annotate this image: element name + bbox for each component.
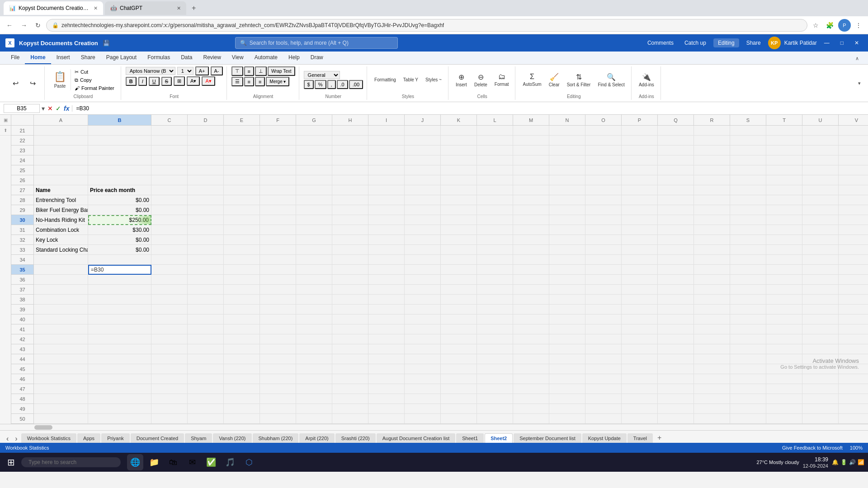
- browser-tab-close[interactable]: ✕: [94, 5, 98, 11]
- col-header-r[interactable]: R: [694, 115, 730, 125]
- col-header-j[interactable]: J: [405, 115, 441, 125]
- cell-l21[interactable]: [477, 126, 513, 136]
- row-num-41[interactable]: 41: [11, 324, 33, 334]
- browser-tab-excel[interactable]: 📊 Kopyst Documents Creation.xls... ✕: [4, 1, 103, 15]
- decrease-decimal-button[interactable]: .0: [337, 80, 348, 89]
- cell-b27[interactable]: Price each month: [88, 185, 151, 195]
- fill-color-button[interactable]: A▾: [187, 76, 200, 86]
- profile-button[interactable]: P: [838, 19, 851, 32]
- col-header-i[interactable]: I: [368, 115, 405, 125]
- cell-s21[interactable]: [730, 126, 766, 136]
- col-header-o[interactable]: O: [585, 115, 622, 125]
- cell-p21[interactable]: [622, 126, 658, 136]
- comma-button[interactable]: ,: [327, 80, 336, 89]
- redo-button[interactable]: ↪: [24, 78, 41, 89]
- cell-c22[interactable]: [151, 136, 188, 145]
- align-middle-button[interactable]: ≡: [244, 66, 254, 76]
- border-button[interactable]: ⊞: [174, 76, 185, 86]
- ribbon-tab-home[interactable]: Home: [25, 52, 51, 64]
- row-num-49[interactable]: 49: [11, 404, 33, 414]
- cell-a31[interactable]: Combination Lock: [34, 225, 88, 235]
- ribbon-tab-data[interactable]: Data: [175, 52, 198, 64]
- row-num-39[interactable]: 39: [11, 305, 33, 314]
- row-num-34[interactable]: 34: [11, 255, 33, 265]
- delete-button[interactable]: ⊖ Delete: [472, 71, 490, 89]
- sheet-tab-shubham[interactable]: Shubham (220): [253, 433, 299, 443]
- bookmark-button[interactable]: ☆: [810, 20, 821, 31]
- sheet-tab-kopyst-update[interactable]: Kopyst Update: [582, 433, 627, 443]
- address-bar[interactable]: 🔒 zehntechtechnologies-my.sharepoint.com…: [46, 19, 807, 32]
- italic-button[interactable]: I: [138, 77, 147, 86]
- cell-j21[interactable]: [405, 126, 441, 136]
- h-scrollbar-thumb[interactable]: [34, 425, 52, 430]
- cell-u21[interactable]: [802, 126, 839, 136]
- cell-a33[interactable]: Standard Locking Chain: [34, 245, 88, 255]
- taskbar-app-browser[interactable]: 🌐: [127, 454, 143, 470]
- sheet-tab-arpit[interactable]: Arpit (220): [299, 433, 334, 443]
- increase-font-button[interactable]: A+: [195, 66, 209, 75]
- row-num-45[interactable]: 45: [11, 364, 33, 374]
- new-tab-button[interactable]: +: [188, 2, 199, 14]
- cell-a28[interactable]: Entrenching Tool: [34, 195, 88, 205]
- format-as-table-button[interactable]: Table Y: [401, 76, 421, 84]
- cell-a27[interactable]: Name: [34, 185, 88, 195]
- ribbon-tab-formulas[interactable]: Formulas: [142, 52, 175, 64]
- sheet-tab-srashti[interactable]: Srashti (220): [335, 433, 376, 443]
- currency-button[interactable]: $: [304, 80, 314, 89]
- cell-b23[interactable]: [88, 145, 151, 155]
- align-right-button[interactable]: ≡: [255, 77, 265, 86]
- ribbon-tab-file[interactable]: File: [5, 52, 25, 64]
- cell-a21[interactable]: [34, 126, 88, 136]
- ribbon-tab-review[interactable]: Review: [198, 52, 226, 64]
- sheet-tab-vansh[interactable]: Vansh (220): [213, 433, 251, 443]
- paste-button[interactable]: 📋 Paste: [49, 69, 71, 90]
- browser-tab-chatgpt[interactable]: 🤖 ChatGPT ✕: [105, 1, 186, 15]
- sheet-tab-sheet2[interactable]: Sheet2: [485, 433, 513, 443]
- cell-e21[interactable]: [224, 126, 260, 136]
- row-num-43[interactable]: 43: [11, 344, 33, 354]
- col-header-g[interactable]: G: [296, 115, 332, 125]
- confirm-formula-icon[interactable]: ✓: [56, 105, 61, 112]
- strikethrough-button[interactable]: S: [161, 77, 172, 86]
- cell-r21[interactable]: [694, 126, 730, 136]
- cell-t21[interactable]: [766, 126, 802, 136]
- add-sheet-button[interactable]: +: [654, 433, 665, 443]
- cell-b21[interactable]: [88, 126, 151, 136]
- sheet-scroll-right[interactable]: ›: [12, 435, 20, 443]
- row-num-24[interactable]: 24: [11, 155, 33, 165]
- col-header-a[interactable]: A: [34, 115, 88, 125]
- forward-button[interactable]: →: [18, 20, 30, 31]
- ribbon-more-button[interactable]: ▾: [854, 66, 864, 100]
- col-header-d[interactable]: D: [188, 115, 224, 125]
- cell-a30[interactable]: No-Hands Riding Kit: [34, 215, 88, 225]
- ribbon-tab-draw[interactable]: Draw: [305, 52, 329, 64]
- extensions-button[interactable]: 🧩: [823, 20, 836, 31]
- cell-q21[interactable]: [658, 126, 694, 136]
- cancel-formula-icon[interactable]: ✕: [47, 105, 53, 112]
- volume-icon[interactable]: 🔊: [849, 459, 856, 465]
- col-header-v[interactable]: V: [839, 115, 868, 125]
- start-button[interactable]: ⊞: [4, 455, 19, 469]
- cell-d21[interactable]: [188, 126, 224, 136]
- maximize-button[interactable]: □: [837, 38, 847, 48]
- network-icon[interactable]: 📶: [858, 459, 864, 465]
- col-header-t[interactable]: T: [766, 115, 802, 125]
- decrease-font-button[interactable]: A-: [211, 66, 223, 75]
- sheet-tab-priyank[interactable]: Priyank: [101, 433, 130, 443]
- merge-center-button[interactable]: Merge ▾: [266, 77, 289, 86]
- sheet-tab-sheet1[interactable]: Sheet1: [456, 433, 484, 443]
- font-family-select[interactable]: Aptos Narrow (Bo...: [126, 67, 175, 75]
- col-header-p[interactable]: P: [622, 115, 658, 125]
- h-scrollbar[interactable]: [0, 424, 868, 430]
- row-num-25[interactable]: 25: [11, 165, 33, 175]
- percent-button[interactable]: %: [315, 80, 326, 89]
- row-num-42[interactable]: 42: [11, 334, 33, 344]
- ribbon-tab-help[interactable]: Help: [283, 52, 305, 64]
- row-num-37[interactable]: 37: [11, 285, 33, 295]
- font-color-button[interactable]: A▾: [202, 76, 215, 86]
- conditional-formatting-button[interactable]: Formatting: [372, 76, 399, 84]
- row-num-50[interactable]: 50: [11, 414, 33, 424]
- row-num-28[interactable]: 28: [11, 195, 33, 205]
- row-num-26[interactable]: 26: [11, 175, 33, 185]
- cell-h21[interactable]: [332, 126, 368, 136]
